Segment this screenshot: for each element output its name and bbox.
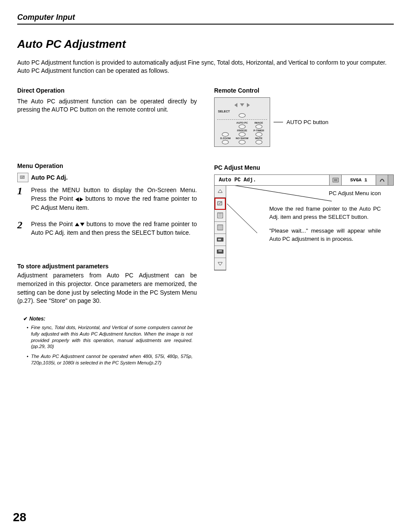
remote-select-label: SELECT bbox=[217, 110, 267, 113]
dpad-left-icon bbox=[234, 103, 237, 107]
section-header: Computer Input bbox=[17, 13, 394, 22]
step-2-number: 2 bbox=[17, 220, 26, 237]
left-column: Direct Operation The Auto PC adjustment … bbox=[17, 87, 197, 370]
step-1-number: 1 bbox=[17, 186, 26, 212]
point-right-icon bbox=[80, 197, 83, 202]
notes-heading: Notes: bbox=[23, 316, 197, 322]
menu-totaldots-item bbox=[215, 222, 226, 234]
remote-image-label: IMAGE bbox=[250, 121, 267, 124]
point-up-icon bbox=[75, 223, 79, 226]
svg-rect-0 bbox=[20, 176, 24, 179]
autopc-adj-label: Auto PC Adj. bbox=[31, 174, 68, 181]
remote-freeze-label: FREEZE bbox=[234, 129, 251, 132]
callout-line bbox=[274, 122, 283, 122]
pc-adjust-menu-illustration: Auto PC Adj. SVGA 1 bbox=[214, 174, 394, 286]
svg-rect-9 bbox=[218, 250, 222, 252]
page-number: 28 bbox=[13, 510, 26, 524]
menu-autopc-item bbox=[215, 198, 226, 210]
menu-note-wait: "Please wait..." message will appear whi… bbox=[243, 227, 394, 249]
store-body: Adjustment parameters from Auto PC Adjus… bbox=[17, 271, 197, 305]
menu-vertical-item bbox=[215, 246, 226, 258]
remote-autopc-button bbox=[239, 124, 246, 129]
remote-select-button bbox=[239, 113, 246, 118]
right-column: Remote Control SELECT . D.ZOOM bbox=[214, 87, 394, 370]
menu-mode-label: SVGA 1 bbox=[342, 175, 376, 185]
remote-ptimer-label: P-TIMER bbox=[250, 129, 267, 132]
remote-dzoom-label: D.ZOOM bbox=[217, 137, 234, 140]
autopc-adj-icon bbox=[17, 173, 28, 182]
remote-noshow-label: NO SHOW bbox=[234, 137, 251, 140]
menu-title: Auto PC Adj. bbox=[215, 175, 330, 185]
dpad-down-icon bbox=[240, 103, 244, 106]
menu-up-arrow bbox=[215, 186, 226, 198]
page-title: Auto PC Adjustment bbox=[17, 37, 394, 51]
step-1: 1 Press the MENU button to display the O… bbox=[17, 186, 197, 212]
menu-note-move: Move the red frame pointer to the Auto P… bbox=[243, 205, 394, 227]
point-down-icon bbox=[80, 223, 84, 226]
menu-down-arrow bbox=[215, 258, 226, 270]
svg-rect-7 bbox=[218, 239, 221, 240]
autopc-button-callout: AUTO PC button bbox=[286, 119, 328, 125]
menu-nav-icon bbox=[376, 175, 388, 185]
point-left-icon bbox=[75, 197, 79, 202]
svg-rect-2 bbox=[334, 179, 337, 181]
pc-adjust-menu-heading: PC Adjust Menu bbox=[214, 164, 394, 171]
remote-mute-label: MUTE bbox=[250, 137, 267, 140]
direct-operation-heading: Direct Operation bbox=[17, 87, 197, 94]
step-1-text: Press the MENU button to display the On-… bbox=[31, 186, 197, 212]
menu-sidebar bbox=[214, 186, 226, 271]
direct-operation-body: The Auto PC adjustment function can be o… bbox=[17, 97, 197, 114]
remote-control-heading: Remote Control bbox=[214, 87, 394, 94]
menu-horizontal-item bbox=[215, 234, 226, 246]
pc-adjust-icon-callout: PC Adjust Menu icon bbox=[243, 190, 394, 196]
note-1: Fine sync, Total dots, Horizontal, and V… bbox=[31, 324, 193, 350]
step-2: 2 Press the Point buttons to move the re… bbox=[17, 220, 197, 237]
step-2-text: Press the Point buttons to move the red … bbox=[31, 220, 197, 237]
remote-dzoom-button bbox=[222, 132, 229, 137]
note-2: The Auto PC Adjustment cannot be operate… bbox=[31, 353, 193, 366]
menu-finesync-item bbox=[215, 210, 226, 222]
menu-operation-heading: Menu Operation bbox=[17, 162, 197, 169]
store-heading: To store adjustment parameters bbox=[17, 263, 197, 270]
remote-autopc-label: AUTO PC bbox=[234, 121, 251, 124]
intro-paragraph: Auto PC Adjustment function is provided … bbox=[17, 59, 394, 75]
menu-titlebar: Auto PC Adj. SVGA 1 bbox=[214, 174, 394, 186]
menu-system-icon bbox=[330, 175, 342, 185]
dpad-right-icon bbox=[247, 103, 250, 107]
header-rule bbox=[17, 24, 394, 25]
remote-illustration: SELECT . D.ZOOM AUTO PC FREEZE bbox=[214, 97, 270, 147]
